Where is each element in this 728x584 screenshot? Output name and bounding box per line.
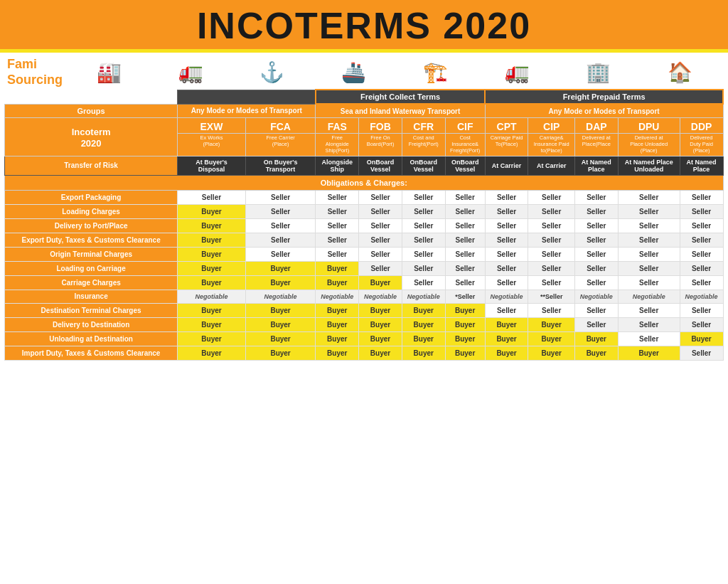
factory-icon: 🏭 (97, 60, 122, 84)
cell-r7-c10: Negotiable (680, 290, 723, 303)
delivery-truck-icon: 🚛 (505, 60, 530, 84)
cell-r3-c4: Seller (402, 233, 445, 247)
cell-r8-c0: Buyer (178, 303, 246, 317)
cell-r6-c3: Buyer (359, 275, 402, 290)
incoterm-codes-row: Incoterm 2020 EXW FCA FAS FOB CFR CIF CP… (5, 117, 724, 133)
warehouse-icon: 🏢 (586, 60, 611, 84)
ship-icon: 🚢 (341, 60, 366, 84)
cell-r1-c5: Seller (445, 204, 485, 218)
cell-r2-c10: Seller (680, 218, 723, 233)
cell-r9-c2: Buyer (316, 317, 359, 331)
table-row: Export PackagingSellerSellerSellerSeller… (5, 190, 724, 204)
cell-r11-c8: Buyer (574, 346, 618, 360)
table-row: Unloading at DestinationBuyerBuyerBuyerB… (5, 331, 724, 346)
cell-r0-c1: Seller (245, 190, 316, 204)
cell-r5-c1: Buyer (245, 261, 316, 275)
cell-r7-c7: **Seller (528, 290, 575, 303)
cell-r2-c4: Seller (402, 218, 445, 233)
cell-r11-c0: Buyer (178, 346, 246, 360)
cell-r9-c9: Seller (618, 317, 680, 331)
main-table-container: Freight Collect Terms Freight Prepaid Te… (0, 89, 728, 365)
cell-r10-c6: Buyer (485, 331, 528, 346)
cell-r3-c8: Seller (574, 233, 618, 247)
cell-r10-c8: Buyer (574, 331, 618, 346)
risk-fca: On Buyer's Transport (245, 156, 316, 175)
cell-r9-c6: Buyer (485, 317, 528, 331)
cell-r3-c5: Seller (445, 233, 485, 247)
freight-collect-label: Freight Collect Terms (316, 90, 485, 104)
row-label-5: Loading on Carriage (5, 261, 178, 275)
cell-r3-c3: Seller (359, 233, 402, 247)
row-label-9: Delivery to Destination (5, 317, 178, 331)
cell-r8-c1: Buyer (245, 303, 316, 317)
table-row: Export Duty, Taxes & Customs ClearanceBu… (5, 233, 724, 247)
cell-r10-c0: Buyer (178, 331, 246, 346)
groups-row: Groups Any Mode or Modes of Transport Se… (5, 104, 724, 117)
cell-r4-c9: Seller (618, 247, 680, 261)
port-crane-icon: 🏗️ (423, 60, 448, 84)
cell-r4-c3: Seller (359, 247, 402, 261)
cell-r1-c7: Seller (528, 204, 575, 218)
cell-r1-c3: Seller (359, 204, 402, 218)
cell-r2-c7: Seller (528, 218, 575, 233)
cell-r2-c9: Seller (618, 218, 680, 233)
cell-r5-c8: Seller (574, 261, 618, 275)
cell-r6-c6: Seller (485, 275, 528, 290)
cell-r1-c8: Seller (574, 204, 618, 218)
risk-ddp: At Named Place (680, 156, 723, 175)
cell-r8-c9: Seller (618, 303, 680, 317)
cell-r9-c1: Buyer (245, 317, 316, 331)
code-ddp: DDP (680, 117, 723, 133)
cell-r10-c2: Buyer (316, 331, 359, 346)
cell-r10-c5: Buyer (445, 331, 485, 346)
cell-r10-c3: Buyer (359, 331, 402, 346)
cell-r5-c6: Seller (485, 261, 528, 275)
risk-cif: OnBoard Vessel (445, 156, 485, 175)
cell-r10-c10: Buyer (680, 331, 723, 346)
cell-r9-c4: Buyer (402, 317, 445, 331)
cell-r0-c4: Seller (402, 190, 445, 204)
cell-r0-c9: Seller (618, 190, 680, 204)
cell-r6-c5: Seller (445, 275, 485, 290)
sublabel-dpu: Delivered at Place Unloaded (Place) (618, 133, 680, 156)
cell-r6-c1: Buyer (245, 275, 316, 290)
cell-r1-c6: Seller (485, 204, 528, 218)
cell-r1-c9: Seller (618, 204, 680, 218)
cell-r5-c0: Buyer (178, 261, 246, 275)
cell-r11-c9: Buyer (618, 346, 680, 360)
code-cpt: CPT (485, 117, 528, 133)
cell-r11-c4: Buyer (402, 346, 445, 360)
cell-r7-c2: Negotiable (316, 290, 359, 303)
obligations-header-row: Obligations & Charges: (5, 175, 724, 190)
incoterm-2020-label: Incoterm 2020 (5, 117, 178, 156)
cell-r0-c5: Seller (445, 190, 485, 204)
cell-r5-c2: Buyer (316, 261, 359, 275)
cell-r2-c0: Buyer (178, 218, 246, 233)
table-row: Loading ChargesBuyerSellerSellerSellerSe… (5, 204, 724, 218)
cell-r9-c10: Seller (680, 317, 723, 331)
cell-r3-c10: Seller (680, 233, 723, 247)
header-banner: INCOTERMS 2020 (0, 0, 728, 53)
cell-r9-c7: Buyer (528, 317, 575, 331)
obligations-label: Obligations & Charges: (5, 175, 724, 190)
cell-r10-c1: Buyer (245, 331, 316, 346)
sublabel-cif: Cost Insurance& Freight(Port) (445, 133, 485, 156)
risk-cip: At Carrier (528, 156, 575, 175)
code-fas: FAS (316, 117, 359, 133)
cell-r7-c5: *Seller (445, 290, 485, 303)
cell-r8-c6: Seller (485, 303, 528, 317)
cell-r11-c3: Buyer (359, 346, 402, 360)
row-label-6: Carriage Charges (5, 275, 178, 290)
row-label-2: Delivery to Port/Place (5, 218, 178, 233)
cell-r4-c6: Seller (485, 247, 528, 261)
risk-exw: At Buyer's Disposal (178, 156, 246, 175)
code-fob: FOB (359, 117, 402, 133)
cell-r9-c5: Buyer (445, 317, 485, 331)
cell-r3-c2: Seller (316, 233, 359, 247)
cell-r5-c4: Seller (402, 261, 445, 275)
row-label-8: Destination Terminal Charges (5, 303, 178, 317)
cell-r9-c8: Seller (574, 317, 618, 331)
cell-r6-c7: Seller (528, 275, 575, 290)
sublabel-cpt: Carriage Paid To(Place) (485, 133, 528, 156)
cell-r11-c10: Seller (680, 346, 723, 360)
